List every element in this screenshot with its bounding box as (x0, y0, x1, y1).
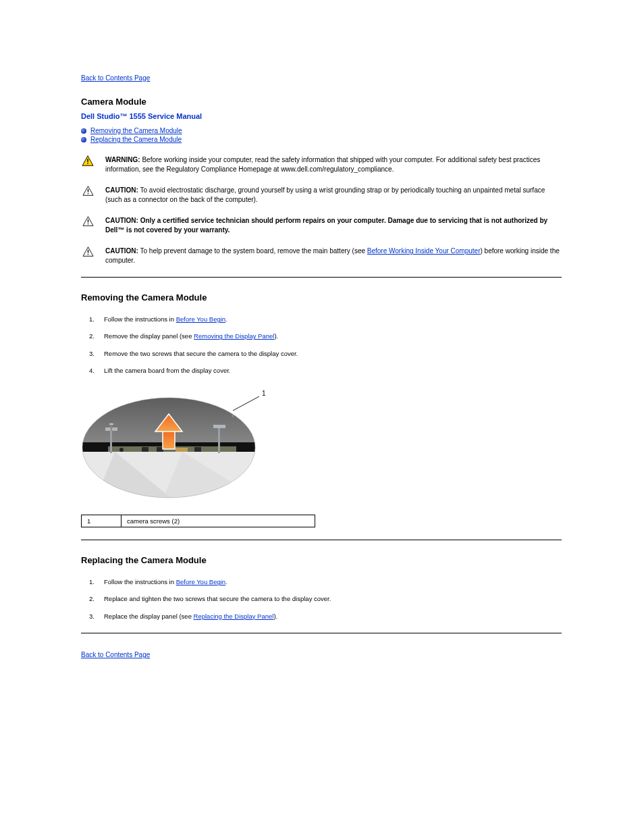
bullet-icon (81, 128, 86, 134)
list-item: Remove the display panel (see Removing t… (81, 332, 644, 340)
bullet-icon (81, 137, 86, 142)
caution-label: CAUTION: (105, 186, 138, 194)
figure-callout-1: 1 (262, 390, 266, 397)
callout-text-cell: camera screws (2) (122, 515, 315, 527)
warning-label: WARNING: (105, 156, 140, 163)
divider (81, 540, 562, 540)
list-item: Follow the instructions in Before You Be… (81, 315, 644, 323)
back-to-contents-bottom[interactable]: Back to Contents Page (81, 651, 150, 658)
caution-esd-text: CAUTION: To avoid electrostatic discharg… (105, 186, 562, 204)
caution-esd-notice: CAUTION: To avoid electrostatic discharg… (81, 186, 562, 204)
before-begin-link[interactable]: Before You Begin (176, 578, 225, 585)
toc-item: Removing the Camera Module (81, 127, 644, 134)
caution-icon (81, 216, 95, 228)
manual-title: Dell Studio™ 1555 Service Manual (81, 112, 644, 120)
replace-steps: Follow the instructions in Before You Be… (81, 577, 644, 621)
before-working-link[interactable]: Before Working Inside Your Computer (367, 247, 481, 255)
svg-line-35 (233, 396, 259, 411)
before-begin-link[interactable]: Before You Begin (176, 315, 225, 323)
svg-rect-27 (213, 425, 225, 428)
toc-list: Removing the Camera Module Replacing the… (81, 127, 644, 143)
caution-battery-notice: CAUTION: To help prevent damage to the s… (81, 246, 562, 265)
callout-table: 1 camera screws (2) (81, 515, 315, 527)
list-item: Remove the two screws that secure the ca… (81, 349, 644, 358)
svg-rect-5 (87, 193, 88, 194)
toc-item: Replacing the Camera Module (81, 136, 644, 143)
callout-number-cell: 1 (82, 515, 122, 527)
caution-cert-notice: CAUTION: Only a certified service techni… (81, 216, 562, 234)
list-item: Lift the camera board from the display c… (81, 366, 644, 375)
warning-icon (81, 155, 95, 167)
caution-icon (81, 186, 95, 197)
list-item: Follow the instructions in Before You Be… (81, 577, 644, 586)
svg-rect-26 (218, 427, 220, 453)
caution-cert-text: CAUTION: Only a certified service techni… (105, 216, 562, 234)
caution-icon (81, 246, 95, 258)
divider (81, 277, 562, 278)
list-item: Replace and tighten the two screws that … (81, 594, 644, 603)
svg-rect-32 (163, 430, 175, 449)
caution-battery-text: CAUTION: To help prevent damage to the s… (105, 246, 562, 265)
svg-rect-8 (87, 224, 88, 224)
remove-heading: Removing the Camera Module (81, 292, 644, 303)
warning-notice: WARNING: Before working inside your comp… (81, 155, 562, 174)
replace-display-panel-link[interactable]: Replacing the Display Panel (194, 613, 274, 620)
svg-rect-1 (87, 159, 88, 162)
svg-rect-10 (87, 250, 88, 253)
figure-camera-removal: 1 (81, 387, 284, 505)
svg-point-29 (109, 423, 114, 425)
svg-rect-17 (142, 447, 149, 452)
svg-rect-4 (87, 189, 88, 192)
module-title: Camera Module (81, 97, 146, 107)
toc-link-remove[interactable]: Removing the Camera Module (90, 127, 182, 134)
remove-display-panel-link[interactable]: Removing the Display Panel (194, 332, 274, 340)
replace-heading: Replacing the Camera Module (81, 555, 644, 565)
remove-steps: Follow the instructions in Before You Be… (81, 315, 644, 375)
toc-link-replace[interactable]: Replacing the Camera Module (90, 136, 182, 143)
caution-label: CAUTION: (105, 247, 138, 255)
warning-text: WARNING: Before working inside your comp… (105, 155, 562, 174)
svg-rect-2 (87, 163, 88, 164)
svg-rect-24 (110, 430, 112, 453)
svg-point-16 (119, 448, 124, 452)
back-to-contents-top[interactable]: Back to Contents Page (81, 74, 150, 82)
svg-rect-20 (194, 447, 201, 452)
svg-rect-7 (87, 219, 88, 223)
caution-label: CAUTION: (105, 217, 138, 224)
list-item: Replace the display panel (see Replacing… (81, 612, 644, 621)
divider (81, 633, 562, 633)
svg-rect-19 (176, 448, 188, 452)
svg-rect-11 (87, 254, 88, 255)
